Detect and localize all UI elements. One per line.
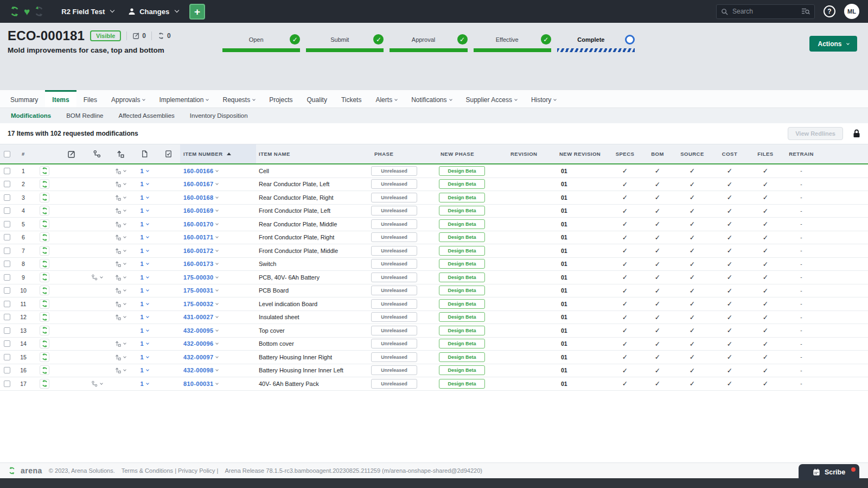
doc-count-link[interactable]: 1 xyxy=(140,181,148,187)
column-retrain[interactable]: RETRAIN xyxy=(782,144,820,163)
row-checkbox[interactable] xyxy=(4,221,10,227)
select-all-checkbox[interactable] xyxy=(4,151,10,157)
column-new-phase[interactable]: NEW PHASE xyxy=(438,144,503,163)
column-specs[interactable]: SPECS xyxy=(609,144,641,163)
item-number-link[interactable]: 160-00171 xyxy=(180,234,218,240)
row-checkbox[interactable] xyxy=(4,181,10,187)
doc-count-link[interactable]: 1 xyxy=(140,194,148,201)
search-input[interactable]: Search xyxy=(716,4,815,19)
sourcing-icon[interactable] xyxy=(115,354,126,360)
item-number-link[interactable]: 160-00167 xyxy=(180,181,218,187)
item-revision-icon[interactable] xyxy=(40,193,49,202)
item-revision-icon[interactable] xyxy=(40,206,49,216)
item-revision-icon[interactable] xyxy=(40,379,49,389)
sync-count[interactable]: 0 xyxy=(157,32,171,40)
doc-count-link[interactable]: 1 xyxy=(140,234,148,240)
item-number-link[interactable]: 160-00166 xyxy=(180,168,218,174)
tab-notifications[interactable]: Notifications xyxy=(404,90,458,107)
tab-quality[interactable]: Quality xyxy=(300,90,334,107)
tab-implementation[interactable]: Implementation xyxy=(152,90,215,107)
item-revision-icon[interactable] xyxy=(40,352,49,362)
row-checkbox[interactable] xyxy=(4,194,10,201)
item-revision-icon[interactable] xyxy=(40,312,49,322)
create-new-button[interactable]: + xyxy=(189,4,205,20)
sourcing-icon[interactable] xyxy=(115,181,126,187)
doc-count-link[interactable]: 1 xyxy=(140,327,148,334)
sourcing-icon[interactable] xyxy=(115,340,126,347)
subtab-modifications[interactable]: Modifications xyxy=(3,108,59,123)
column-item-name[interactable]: ITEM NAME xyxy=(256,144,370,163)
subtab-affected-assemblies[interactable]: Affected Assemblies xyxy=(111,108,182,123)
item-revision-icon[interactable] xyxy=(40,365,49,375)
item-revision-icon[interactable] xyxy=(40,259,49,269)
row-checkbox[interactable] xyxy=(4,287,10,294)
help-icon[interactable]: ? xyxy=(824,5,835,17)
item-number-link[interactable]: 432-00098 xyxy=(180,367,218,373)
tab-supplier-access[interactable]: Supplier Access xyxy=(459,90,524,107)
sourcing-icon[interactable] xyxy=(115,248,126,254)
sourcing-icon[interactable] xyxy=(115,301,126,307)
doc-count-link[interactable]: 1 xyxy=(140,207,148,214)
workspace-switcher[interactable]: R2 Field Test xyxy=(58,8,117,16)
item-number-link[interactable]: 432-00097 xyxy=(180,354,218,360)
row-checkbox[interactable] xyxy=(4,234,10,240)
doc-count-link[interactable]: 1 xyxy=(140,314,148,320)
sourcing-icon[interactable] xyxy=(115,274,126,281)
sourcing-icon[interactable] xyxy=(115,314,126,320)
doc-count-link[interactable]: 1 xyxy=(140,381,148,387)
column-source[interactable]: SOURCE xyxy=(674,144,711,163)
column-new-revision[interactable]: NEW REVISION xyxy=(557,144,609,163)
sourcing-icon[interactable] xyxy=(115,261,126,267)
item-number-link[interactable]: 431-00027 xyxy=(180,314,218,320)
doc-count-link[interactable]: 1 xyxy=(140,340,148,347)
doc-count-link[interactable]: 1 xyxy=(140,367,148,373)
arena-logo[interactable]: ♥ xyxy=(9,5,45,17)
row-checkbox[interactable] xyxy=(4,301,10,307)
doc-count-link[interactable]: 1 xyxy=(140,221,148,227)
notes-count[interactable]: 0 xyxy=(132,32,146,40)
item-number-link[interactable]: 160-00168 xyxy=(180,194,218,201)
item-revision-icon[interactable] xyxy=(40,246,49,256)
row-checkbox[interactable] xyxy=(4,381,10,387)
item-number-link[interactable]: 432-00096 xyxy=(180,340,218,347)
footer-links[interactable]: Terms & Conditions | Privacy Policy | xyxy=(122,467,219,474)
tab-summary[interactable]: Summary xyxy=(3,90,45,107)
item-number-link[interactable]: 175-00030 xyxy=(180,274,218,281)
item-number-link[interactable]: 810-00031 xyxy=(180,381,218,387)
item-revision-icon[interactable] xyxy=(40,166,49,176)
item-number-link[interactable]: 160-00172 xyxy=(180,248,218,254)
item-revision-icon[interactable] xyxy=(40,299,49,309)
sourcing-icon[interactable] xyxy=(115,367,126,373)
item-number-link[interactable]: 160-00169 xyxy=(180,207,218,214)
scribe-widget[interactable]: Scribe xyxy=(799,464,859,480)
doc-count-link[interactable]: 1 xyxy=(140,261,148,267)
item-revision-icon[interactable] xyxy=(40,179,49,189)
view-redlines-button[interactable]: View Redlines xyxy=(788,127,843,140)
row-checkbox[interactable] xyxy=(4,367,10,373)
sourcing-icon[interactable] xyxy=(115,207,126,214)
column-files[interactable]: FILES xyxy=(749,144,782,163)
column-cost[interactable]: COST xyxy=(711,144,749,163)
item-number-link[interactable]: 160-00173 xyxy=(180,261,218,267)
sourcing-icon[interactable] xyxy=(115,168,126,174)
tab-projects[interactable]: Projects xyxy=(262,90,299,107)
item-revision-icon[interactable] xyxy=(40,272,49,282)
actions-button[interactable]: Actions xyxy=(809,36,857,52)
row-checkbox[interactable] xyxy=(4,354,10,360)
where-used-icon[interactable] xyxy=(91,381,103,387)
row-checkbox[interactable] xyxy=(4,340,10,347)
advanced-search-icon[interactable] xyxy=(801,8,810,15)
doc-count-link[interactable]: 1 xyxy=(140,274,148,281)
row-checkbox[interactable] xyxy=(4,168,10,174)
tab-approvals[interactable]: Approvals xyxy=(104,90,152,107)
doc-count-link[interactable]: 1 xyxy=(140,168,148,174)
item-revision-icon[interactable] xyxy=(40,326,49,335)
doc-count-link[interactable]: 1 xyxy=(140,301,148,307)
tab-history[interactable]: History xyxy=(524,90,563,107)
item-revision-icon[interactable] xyxy=(40,286,49,295)
item-revision-icon[interactable] xyxy=(40,232,49,242)
item-number-link[interactable]: 175-00032 xyxy=(180,301,218,307)
column-phase[interactable]: PHASE xyxy=(370,144,438,163)
item-number-link[interactable]: 175-00031 xyxy=(180,287,218,294)
where-used-icon[interactable] xyxy=(91,274,103,281)
